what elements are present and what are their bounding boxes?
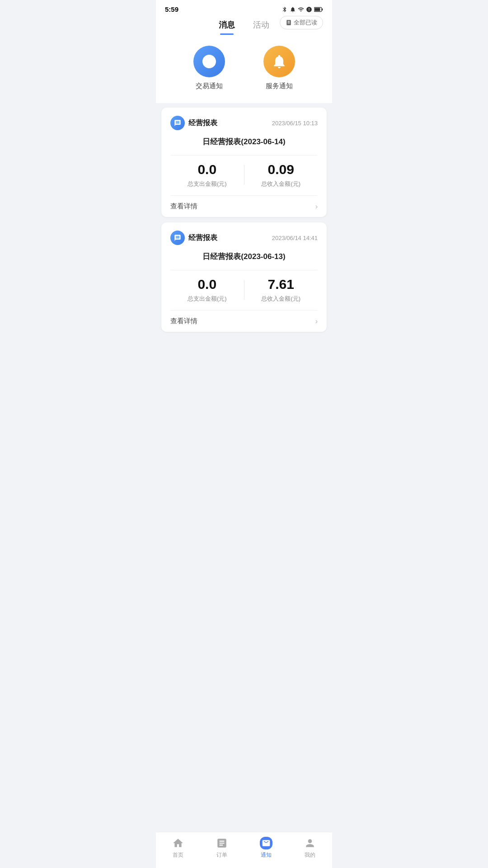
bottom-nav-orders[interactable]: 订单 [208, 837, 235, 859]
orders-icon [216, 837, 228, 849]
nav-tabs: 消息 活动 [219, 19, 269, 35]
card-1-income-label: 总收入金额(元) [261, 180, 300, 188]
mine-icon [304, 837, 316, 849]
status-time: 5:59 [165, 5, 178, 13]
card-1-expense-label: 总支出金额(元) [188, 180, 227, 188]
card-1-icon [170, 116, 185, 130]
status-icons [282, 6, 323, 13]
card-2-stats: 0.0 总支出金额(元) 7.61 总收入金额(元) [170, 270, 318, 303]
home-icon [172, 837, 184, 849]
icon-section: ¥ 交易通知 服务通知 [156, 35, 332, 103]
card-2-expense-label: 总支出金额(元) [188, 295, 227, 303]
card-2-view-detail: 查看详情 [170, 317, 197, 326]
mine-svg [304, 837, 316, 849]
bottom-nav: 首页 订单 通知 我的 [156, 832, 332, 868]
card-2-icon [170, 231, 185, 245]
bluetooth-icon [282, 6, 288, 13]
card-2-income-value: 7.61 [268, 277, 294, 292]
card-1-chevron: › [315, 203, 318, 211]
card-1-view-detail: 查看详情 [170, 202, 197, 211]
orders-svg [216, 837, 228, 849]
bell-muted-icon [290, 6, 296, 13]
bottom-nav-mine[interactable]: 我的 [296, 837, 324, 859]
bottom-nav-notifications[interactable]: 通知 [253, 837, 280, 859]
card-2-expense-value: 0.0 [197, 277, 216, 292]
card-2-income-label: 总收入金额(元) [261, 295, 300, 303]
card-2-stat-expense: 0.0 总支出金额(元) [170, 277, 244, 303]
card-2-stat-income: 7.61 总收入金额(元) [244, 277, 318, 303]
card-1-stat-expense: 0.0 总支出金额(元) [170, 162, 244, 188]
notifications-label: 通知 [261, 851, 272, 859]
notifications-svg [262, 837, 271, 849]
card-2-time: 2023/06/14 14:41 [272, 235, 318, 241]
report-icon-2 [174, 234, 181, 241]
bottom-nav-home[interactable]: 首页 [164, 837, 192, 859]
trade-icon-circle: ¥ [193, 46, 225, 77]
svg-text:¥: ¥ [207, 57, 211, 64]
service-label: 服务通知 [266, 82, 293, 90]
card-1-subtitle: 日经营报表(2023-06-14) [170, 137, 318, 147]
card-1-expense-value: 0.0 [197, 162, 216, 177]
card-1-header: 经营报表 2023/06/15 10:13 [170, 116, 318, 130]
notifications-icon [260, 837, 272, 849]
read-all-button[interactable]: 全部已读 [280, 16, 323, 29]
service-notification-item[interactable]: 服务通知 [263, 46, 295, 90]
card-1-title-row: 经营报表 [170, 116, 217, 130]
bell-icon [271, 53, 287, 70]
top-nav: 消息 活动 全部已读 [156, 15, 332, 35]
card-1-footer[interactable]: 查看详情 › [170, 195, 318, 217]
svg-rect-2 [314, 8, 320, 11]
home-label: 首页 [173, 851, 183, 859]
card-1-title: 经营报表 [188, 118, 217, 128]
status-bar: 5:59 [156, 0, 332, 15]
card-1-stat-income: 0.09 总收入金额(元) [244, 162, 318, 188]
mine-label: 我的 [305, 851, 315, 859]
report-card-2: 经营报表 2023/06/14 14:41 日经营报表(2023-06-13) … [161, 222, 327, 332]
service-icon-circle [263, 46, 295, 77]
trade-notification-item[interactable]: ¥ 交易通知 [193, 46, 225, 90]
report-card-1: 经营报表 2023/06/15 10:13 日经营报表(2023-06-14) … [161, 108, 327, 217]
home-svg [172, 837, 184, 849]
card-1-time: 2023/06/15 10:13 [272, 120, 318, 127]
card-2-title: 经营报表 [188, 233, 217, 243]
trade-label: 交易通知 [196, 82, 223, 90]
card-2-subtitle: 日经营报表(2023-06-13) [170, 251, 318, 262]
card-2-header: 经营报表 2023/06/14 14:41 [170, 231, 318, 245]
cards-container: 经营报表 2023/06/15 10:13 日经营报表(2023-06-14) … [156, 108, 332, 577]
orders-label: 订单 [216, 851, 227, 859]
svg-rect-1 [322, 8, 323, 10]
card-2-title-row: 经营报表 [170, 231, 217, 245]
read-icon [286, 19, 292, 26]
tab-messages[interactable]: 消息 [219, 19, 235, 35]
report-icon-1 [174, 119, 181, 127]
card-2-footer[interactable]: 查看详情 › [170, 310, 318, 332]
card-1-stats: 0.0 总支出金额(元) 0.09 总收入金额(元) [170, 155, 318, 188]
card-2-chevron: › [315, 317, 318, 326]
card-1-income-value: 0.09 [268, 162, 294, 177]
alert-icon [306, 6, 312, 13]
tab-activities[interactable]: 活动 [253, 19, 269, 35]
yuan-download-icon: ¥ [201, 53, 217, 70]
wifi-icon [298, 6, 304, 13]
battery-icon [314, 6, 323, 13]
